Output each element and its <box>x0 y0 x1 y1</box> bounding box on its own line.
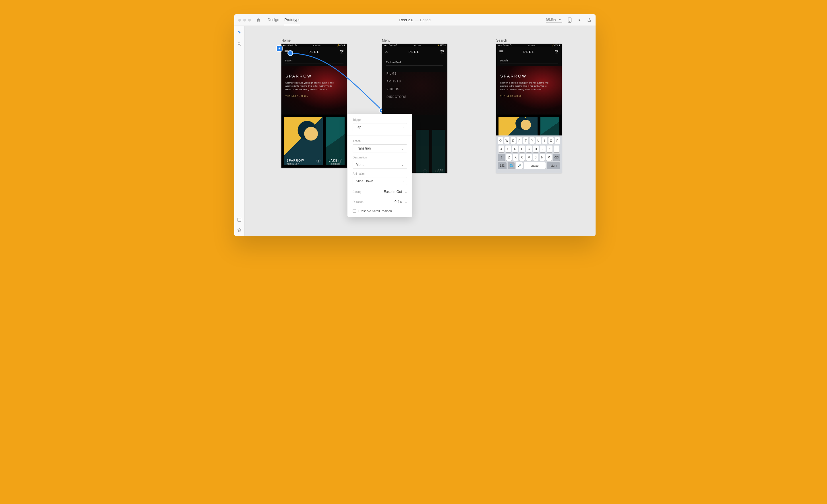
key-c[interactable]: C <box>520 154 525 161</box>
search-field[interactable]: Search <box>500 58 558 63</box>
card-lake[interactable] <box>540 117 560 138</box>
card-sparrow[interactable]: SPARROW THRILLER + <box>284 117 323 165</box>
key-space[interactable]: space <box>524 162 546 169</box>
key-numbers[interactable]: 123 <box>498 162 506 169</box>
home-icon[interactable] <box>256 18 261 22</box>
artboard-label-search[interactable]: Search <box>496 39 507 43</box>
artboard-label-home[interactable]: Home <box>281 39 291 43</box>
key-y[interactable]: Y <box>530 137 535 144</box>
duration-input[interactable]: 0.4 s ⌄ <box>383 199 407 205</box>
card-sparrow[interactable] <box>498 117 538 138</box>
chevron-down-icon: ▾ <box>557 17 562 22</box>
key-t[interactable]: T <box>523 137 528 144</box>
destination-select[interactable]: Menu ⌄ <box>353 161 407 169</box>
key-a[interactable]: A <box>498 146 504 152</box>
key-o[interactable]: O <box>548 137 554 144</box>
home-start-badge[interactable] <box>277 46 282 51</box>
key-backspace[interactable]: ⌫ <box>553 154 560 161</box>
key-x[interactable]: X <box>513 154 518 161</box>
destination-value: Menu <box>356 163 364 167</box>
key-b[interactable]: B <box>533 154 538 161</box>
card-lake[interactable]: LAKE HORROR + <box>326 117 345 165</box>
app-bar: REEL <box>496 47 562 57</box>
chevron-down-icon: ⌄ <box>404 190 407 194</box>
key-r[interactable]: R <box>517 137 522 144</box>
ghost-card: LAKE HORROR <box>432 130 445 173</box>
key-i[interactable]: I <box>542 137 547 144</box>
artboard-label-menu[interactable]: Menu <box>382 39 391 43</box>
search-field[interactable]: Search <box>285 58 343 63</box>
easing-select[interactable]: Ease In-Out ⌄ <box>383 189 407 195</box>
close-window-icon[interactable] <box>238 19 241 21</box>
share-icon[interactable] <box>587 18 591 22</box>
key-h[interactable]: H <box>533 146 539 152</box>
key-j[interactable]: J <box>540 146 546 152</box>
key-q[interactable]: Q <box>498 137 503 144</box>
status-carrier: •••○○ Carrier ⵙ <box>283 44 297 47</box>
key-s[interactable]: S <box>505 146 511 152</box>
card-image <box>326 117 345 165</box>
trigger-select[interactable]: Tap ⌄ <box>353 123 407 131</box>
key-l[interactable]: L <box>554 146 560 152</box>
page-indicator <box>438 169 443 170</box>
add-icon[interactable]: + <box>338 159 342 163</box>
assets-panel-icon[interactable] <box>237 217 242 222</box>
chevron-down-icon: ⌄ <box>401 179 404 183</box>
wire-source-handle[interactable] <box>288 51 292 55</box>
key-d[interactable]: D <box>512 146 518 152</box>
key-e[interactable]: E <box>510 137 516 144</box>
key-mic[interactable]: 🎤 <box>516 162 523 169</box>
play-icon[interactable] <box>577 18 582 22</box>
maximize-window-icon[interactable] <box>248 19 251 21</box>
app-bar: ✕ REEL <box>382 47 447 57</box>
key-return[interactable]: return <box>547 162 560 169</box>
tab-prototype[interactable]: Prototype <box>284 15 300 25</box>
action-select[interactable]: Transition ⌄ <box>353 144 407 152</box>
artboard-search[interactable]: •••○○ Carrier ⵙ 9:41 AM ⚡42% ▮ REEL Sear… <box>496 44 562 173</box>
layers-panel-icon[interactable] <box>237 227 242 233</box>
key-m[interactable]: M <box>546 154 552 161</box>
key-shift[interactable]: ⇧ <box>498 154 505 161</box>
card-title: LAKE <box>329 159 338 162</box>
key-z[interactable]: Z <box>506 154 512 161</box>
key-globe[interactable]: 🌐 <box>508 162 515 169</box>
animation-select[interactable]: Slide Down ⌄ <box>353 177 407 185</box>
zoom-selector[interactable]: 56.8% ▾ <box>546 17 562 23</box>
preserve-scroll-label: Preserve Scroll Position <box>358 209 392 213</box>
cards-row <box>496 114 562 138</box>
zoom-tool-icon[interactable] <box>237 41 242 47</box>
device-preview-icon[interactable] <box>568 18 572 22</box>
stage: Design Prototype Reel 2.0 — Edited 56.8%… <box>207 0 620 252</box>
key-p[interactable]: P <box>555 137 560 144</box>
key-g[interactable]: G <box>526 146 532 152</box>
key-w[interactable]: W <box>504 137 509 144</box>
key-v[interactable]: V <box>526 154 532 161</box>
ghost-hero <box>382 72 447 115</box>
filters-icon[interactable] <box>554 49 559 55</box>
hero-tag: THRILLER (2018) <box>285 95 343 97</box>
key-k[interactable]: K <box>547 146 552 152</box>
chevron-down-icon: ⌄ <box>401 146 404 150</box>
duration-label: Duration <box>353 200 363 203</box>
menu-search-field[interactable]: Explore Reel <box>386 59 443 66</box>
svg-point-1 <box>570 21 570 22</box>
chevron-down-icon: ⌄ <box>401 163 404 167</box>
filters-icon[interactable] <box>440 49 444 55</box>
canvas[interactable]: Home Menu Search •••○○ Carrier ⵙ 9:41 AM… <box>245 26 595 236</box>
preserve-scroll-checkbox[interactable]: Preserve Scroll Position <box>353 209 407 213</box>
select-tool-icon[interactable] <box>237 30 242 35</box>
key-n[interactable]: N <box>540 154 545 161</box>
card-image <box>284 117 323 165</box>
filters-icon[interactable] <box>339 49 344 55</box>
tab-design[interactable]: Design <box>267 15 279 25</box>
chevron-down-icon: ⌄ <box>404 200 407 204</box>
mode-tabs: Design Prototype <box>267 15 300 25</box>
artboard-home[interactable]: •••○○ Carrier ⵙ 9:41 AM ⚡42% ▮ REEL Sear… <box>281 44 347 168</box>
minimize-window-icon[interactable] <box>243 19 246 21</box>
key-f[interactable]: F <box>519 146 525 152</box>
close-icon[interactable]: ✕ <box>385 50 388 54</box>
add-icon <box>423 169 427 173</box>
menu-icon[interactable] <box>499 49 504 55</box>
key-u[interactable]: U <box>536 137 541 144</box>
status-bar: •••○○ Carrier ⵙ 9:41 AM ⚡42% ▮ <box>281 44 347 47</box>
